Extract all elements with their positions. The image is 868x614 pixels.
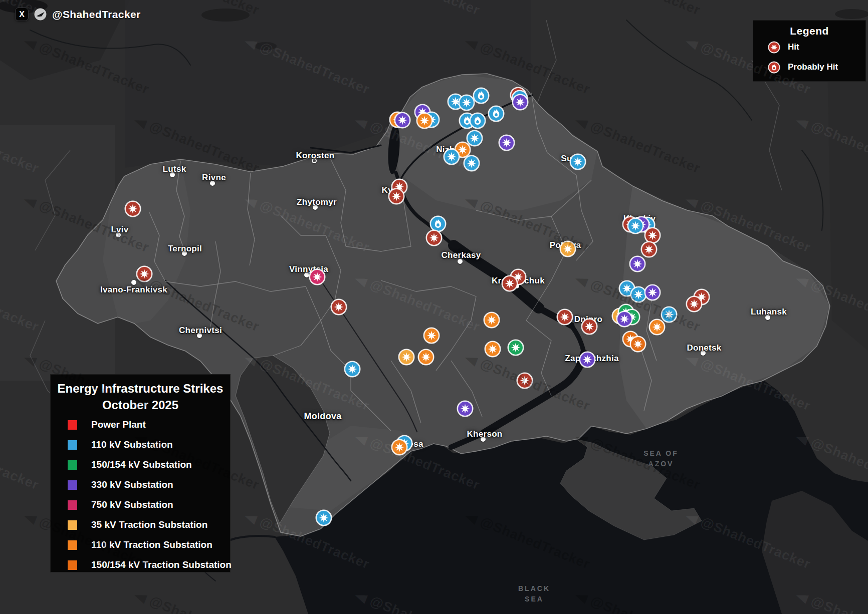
- key-title-line1: Energy Infrastructure Strikes: [51, 380, 230, 397]
- marker-s110-probably-hit: [468, 111, 487, 130]
- flame-icon: [766, 60, 782, 75]
- marker-s330-hit: [628, 254, 647, 273]
- marker-t150-hit: [628, 335, 647, 354]
- marker-s150-hit: [506, 338, 525, 357]
- key-item-power: Power Plant: [51, 415, 230, 435]
- account-handle[interactable]: @ShahedTracker: [52, 9, 141, 21]
- legend-item-label: Probably Hit: [788, 62, 838, 72]
- key-items: Power Plant 110 kV Substation 150/154 kV…: [51, 415, 230, 575]
- legend-item-label: Hit: [788, 42, 799, 52]
- key-title-line2: October 2025: [51, 397, 230, 413]
- marker-s330-hit: [497, 133, 516, 152]
- marker-t110-hit: [416, 348, 436, 367]
- marker-t110-hit: [483, 340, 502, 359]
- marker-power-hit: [424, 228, 444, 247]
- marker-s110-probably-hit: [472, 86, 491, 105]
- color-swatch: [68, 480, 77, 490]
- marker-s110-hit: [343, 360, 362, 379]
- marker-s330-hit: [511, 93, 530, 112]
- marker-power-hit: [500, 274, 519, 293]
- legend-panel: Legend Hit Probably Hit: [753, 20, 866, 82]
- header: X @ShahedTracker: [15, 8, 141, 21]
- marker-s110-hit: [442, 147, 461, 166]
- marker-power-hit: [685, 294, 704, 314]
- marker-s110-probably-hit: [487, 104, 506, 123]
- color-swatch: [68, 520, 77, 530]
- marker-s110-hit: [626, 216, 645, 235]
- marker-power-hit: [580, 317, 599, 336]
- map-canvas: LutskRivneKorostenZhytomyrLvivTernopilIv…: [0, 0, 868, 614]
- key-item-t110: 110 kV Traction Substation: [51, 535, 230, 555]
- color-swatch: [68, 460, 77, 470]
- marker-t110-hit: [415, 111, 434, 130]
- key-item-label: 150/154 kV Substation: [91, 459, 192, 470]
- key-item-label: 150/154 kV Traction Substation: [91, 559, 232, 570]
- key-item-t150: 150/154 kV Traction Substation: [51, 555, 230, 575]
- marker-s330-hit: [615, 310, 634, 329]
- legend-item-star: Hit: [753, 37, 865, 57]
- marker-t110-hit: [390, 438, 409, 457]
- key-item-label: 750 kV Substation: [91, 499, 173, 510]
- marker-power-hit: [515, 371, 534, 390]
- key-item-t35: 35 kV Traction Substation: [51, 515, 230, 535]
- key-item-label: 110 kV Traction Substation: [91, 539, 212, 550]
- marker-power-hit: [329, 297, 348, 317]
- marker-t110-hit: [647, 318, 667, 337]
- key-item-s110: 110 kV Substation: [51, 435, 230, 455]
- marker-t110-hit: [422, 326, 441, 345]
- key-item-label: 110 kV Substation: [91, 439, 173, 450]
- color-swatch: [68, 420, 77, 430]
- marker-power-hit: [387, 187, 406, 206]
- drone-logo-icon: [34, 8, 47, 21]
- key-item-label: 35 kV Traction Substation: [91, 519, 207, 530]
- color-swatch: [68, 560, 77, 570]
- color-swatch: [68, 540, 77, 550]
- key-panel: Energy Infrastructure Strikes October 20…: [50, 374, 231, 572]
- legend-item-flame: Probably Hit: [753, 57, 865, 77]
- marker-power-hit: [135, 264, 154, 283]
- marker-s330-hit: [578, 350, 597, 369]
- color-swatch: [68, 440, 77, 450]
- marker-s110-hit: [462, 154, 481, 173]
- marker-s330-hit: [456, 399, 475, 418]
- key-item-s750: 750 kV Substation: [51, 495, 230, 515]
- marker-s110-hit: [314, 508, 333, 527]
- marker-s110-hit: [568, 152, 587, 171]
- marker-s330-hit: [643, 283, 662, 302]
- key-item-s150: 150/154 kV Substation: [51, 455, 230, 475]
- star-icon: [766, 40, 782, 55]
- marker-t110-hit: [482, 311, 501, 330]
- key-item-s330: 330 kV Substation: [51, 475, 230, 495]
- x-logo-icon[interactable]: X: [15, 8, 29, 21]
- marker-power-hit: [123, 199, 142, 218]
- marker-t35-hit: [558, 239, 577, 258]
- key-item-label: 330 kV Substation: [91, 479, 173, 490]
- marker-s330-hit: [393, 111, 412, 130]
- marker-s750-hit: [308, 267, 327, 286]
- key-item-label: Power Plant: [91, 419, 146, 430]
- legend-items: Hit Probably Hit: [753, 37, 865, 77]
- color-swatch: [68, 500, 77, 510]
- marker-power-hit: [555, 308, 574, 327]
- marker-t35-hit: [397, 348, 416, 367]
- legend-title: Legend: [753, 25, 865, 37]
